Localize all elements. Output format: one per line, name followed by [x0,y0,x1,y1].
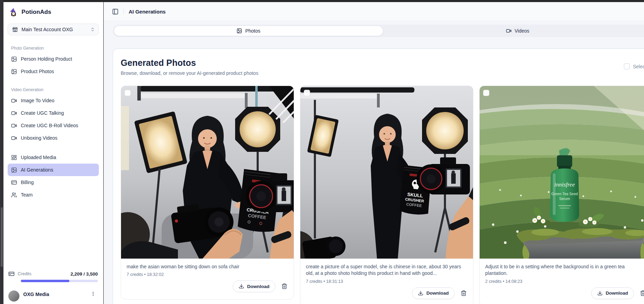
photo-card: SKULL CRUSHER COFFEE [300,86,473,304]
tab-videos-label: Videos [515,28,530,34]
video-icon [11,123,17,129]
generated-photo-illustration-tea-plantation: innisfree Green Tea Seed Serum [480,86,644,259]
delete-button[interactable] [639,289,644,297]
generated-photo-illustration-studio-seated: SKULL CRUSHER COFFEE [121,86,294,259]
generated-photo[interactable]: SKULL CRUSHER COFFEE [300,86,473,259]
window-top-edge [0,0,644,2]
scrollbar-thumb[interactable] [1,207,3,267]
sidebar-item-label: Create UGC Talking [21,110,64,116]
photo-select-checkbox[interactable] [124,90,131,96]
credits-label: Credits [18,271,67,276]
panel-subtitle: Browse, download, or remove your AI-gene… [121,70,644,76]
workspace-name: OXG Media [23,292,85,297]
sidebar-item-label: AI Generations [21,167,53,173]
photo-meta: 2 credits • 14:08:23 [485,279,644,284]
account-selector-value: Main Test Account OXG [22,27,87,32]
photo-card-grid: SKULL CRUSHER COFFEE [113,86,644,304]
sidebar-item-ai-generations[interactable]: AI Generations [8,164,99,176]
photo-prompt: Adjust it to be in a setting where the b… [485,263,644,277]
sidebar-toggle-icon[interactable] [112,8,119,15]
sidebar-item-create-ugc-talking[interactable]: Create UGC Talking [8,107,99,119]
delete-button[interactable] [460,289,467,297]
photo-meta: 7 credits • 18:32:02 [127,272,288,277]
chevrons-up-down-icon [90,27,95,32]
workspace-menu-dots-icon[interactable] [88,290,98,299]
app-logo-row: PotionAds [3,2,103,21]
sidebar: PotionAds Main Test Account OXG Photo Ge… [3,2,103,304]
nav-divider-gap [3,144,103,151]
page-header: AI Generations [104,2,644,21]
download-icon [597,290,603,296]
window-left-edge [0,0,3,304]
sidebar-item-create-ugc-broll[interactable]: Create UGC B-Roll Videos [8,119,99,132]
download-label: Download [247,284,270,289]
generated-photo[interactable]: SKULL CRUSHER COFFEE [121,86,294,259]
image-icon [11,69,17,75]
svg-text:Green Tea Seed: Green Tea Seed [551,192,578,196]
download-button[interactable]: Download [591,287,634,299]
photo-select-checkbox[interactable] [483,90,489,96]
sidebar-item-team[interactable]: Team [8,189,99,201]
section-label-video-generation: Video Generation [11,87,95,92]
credits-progress-fill [21,280,69,282]
generated-photo[interactable]: innisfree Green Tea Seed Serum [480,86,644,259]
photo-prompt: create a picture of a super model, she i… [306,263,467,277]
sidebar-item-label: Person Holding Product [21,56,72,62]
tab-photos-label: Photos [245,28,260,34]
sidebar-item-image-to-video[interactable]: Image To Video [8,94,99,107]
credits-card-icon [8,271,15,277]
download-button[interactable]: Download [412,287,455,299]
photo-card: innisfree Green Tea Seed Serum [479,86,644,304]
account-selector[interactable]: Main Test Account OXG [8,24,99,35]
sidebar-item-label: Team [21,192,33,198]
sidebar-item-uploaded-media[interactable]: Uploaded Media [8,151,99,164]
media-type-tabs: Photos Videos [113,25,644,37]
sidebar-item-label: Uploaded Media [21,155,56,160]
sidebar-item-label: Unboxing Videos [21,135,58,141]
photo-select-checkbox[interactable] [304,90,310,96]
sidebar-item-person-holding-product[interactable]: Person Holding Product [8,53,99,65]
grid-icon [11,155,17,160]
photo-prompt: make the asian woman be sitting down on … [127,263,288,270]
generated-photos-panel: Generated Photos Browse, download, or re… [113,49,644,304]
tab-videos[interactable]: Videos [383,26,644,36]
svg-text:Serum: Serum [559,197,570,201]
sidebar-item-label: Create UGC B-Roll Videos [21,123,78,128]
image-icon [237,28,242,34]
sidebar-item-unboxing-videos[interactable]: Unboxing Videos [8,132,99,144]
sidebar-item-product-photos[interactable]: Product Photos [8,65,99,78]
tab-photos[interactable]: Photos [114,26,383,36]
sidebar-item-label: Billing [21,180,34,185]
select-all-checkbox[interactable] [624,63,630,69]
download-button[interactable]: Download [233,280,276,292]
users-icon [11,192,17,198]
video-icon [506,28,512,34]
svg-text:innisfree: innisfree [555,181,575,188]
select-all-label: Selec [633,64,644,69]
workspace-avatar [8,290,19,302]
image-icon [11,167,17,173]
photo-card: SKULL CRUSHER COFFEE [121,86,294,299]
section-label-photo-generation: Photo Generation [11,46,95,51]
page-title: AI Generations [129,9,166,15]
download-label: Download [427,290,449,296]
download-icon [418,290,423,296]
credits-value: 2,209 / 3,500 [70,271,98,277]
sidebar-item-billing[interactable]: Billing [8,176,99,189]
delete-button[interactable] [281,283,288,290]
download-label: Download [606,290,628,296]
sidebar-item-label: Image To Video [21,98,54,103]
credits-progress-bar [21,280,98,282]
credit-card-icon [11,180,17,185]
photo-meta: 7 credits • 18:31:13 [306,279,467,284]
image-icon [11,56,17,62]
video-icon [11,135,17,141]
potionads-logo-icon [9,8,18,17]
video-icon [11,110,17,116]
generated-photo-illustration-studio-standing: SKULL CRUSHER COFFEE [300,86,473,259]
main-area: AI Generations Photos Videos Generated P… [104,2,644,304]
panel-title: Generated Photos [121,58,644,68]
app-window: PotionAds Main Test Account OXG Photo Ge… [0,0,644,304]
app-name: PotionAds [22,9,51,16]
sidebar-item-label: Product Photos [21,69,54,74]
